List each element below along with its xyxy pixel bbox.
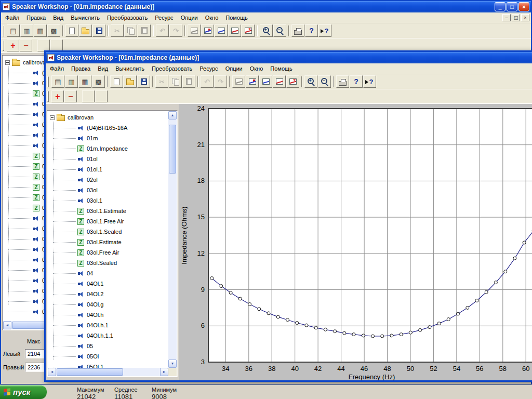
tree-item[interactable]: 04Ol.1: [48, 278, 168, 289]
view-large-icons-button[interactable]: ▤: [7, 24, 20, 37]
minimize-button[interactable]: _: [495, 2, 506, 11]
view-large-icons-button[interactable]: ▤: [51, 75, 64, 88]
tree-item[interactable]: 04: [48, 268, 168, 278]
scroll-right-button[interactable]: ►: [160, 368, 168, 376]
tree-item[interactable]: Z03ol.Free Air: [48, 247, 168, 258]
new-document-button[interactable]: [65, 24, 78, 37]
scroll-thumb[interactable]: [57, 368, 123, 376]
view-small-icons-button[interactable]: ▥: [65, 75, 78, 88]
tree-item[interactable]: 05Ol: [48, 351, 168, 362]
tree-item[interactable]: 01ol.1: [48, 164, 168, 175]
tree-item[interactable]: 04Ol.h.1: [48, 320, 168, 330]
scroll-left-button[interactable]: ◄: [3, 321, 11, 329]
menu-item-3[interactable]: Вид: [49, 13, 67, 23]
help-button[interactable]: ?: [350, 75, 363, 88]
tree-item[interactable]: 02ol: [48, 175, 168, 185]
tree-item[interactable]: 05: [48, 341, 168, 351]
menu-item-2[interactable]: Правка: [23, 13, 49, 23]
toolbar-grip[interactable]: [3, 40, 4, 51]
chart-line-button[interactable]: [201, 24, 214, 37]
tree-item[interactable]: Z03ol.1.Free Air: [48, 216, 168, 227]
cut-button[interactable]: ✂: [155, 75, 168, 88]
tree-item[interactable]: 01ol: [48, 154, 168, 164]
copy-button[interactable]: [169, 75, 182, 88]
zoom-out-button[interactable]: −: [318, 75, 331, 88]
tree-item[interactable]: 04Ol.g: [48, 299, 168, 310]
menu-item-8[interactable]: Окно: [202, 13, 222, 23]
view-list-button[interactable]: ▦: [78, 75, 91, 88]
add-button[interactable]: +: [7, 39, 19, 51]
view-details-button[interactable]: ▩: [92, 75, 105, 88]
help-button[interactable]: ?: [305, 24, 318, 37]
chart-view-button[interactable]: [259, 75, 272, 88]
vertical-scrollbar[interactable]: ▲▼: [168, 111, 177, 368]
tree-expander[interactable]: [50, 115, 55, 120]
view-list-button[interactable]: ▦: [34, 24, 47, 37]
maximize-button[interactable]: □: [507, 2, 517, 11]
toolbar-grip[interactable]: [3, 25, 4, 36]
view-details-button[interactable]: ▩: [47, 24, 60, 37]
menu-item-1[interactable]: Файл: [46, 64, 68, 74]
chart-delete-button[interactable]: [242, 24, 255, 37]
open-button[interactable]: [124, 75, 137, 88]
remove-button[interactable]: −: [20, 39, 32, 51]
tree-item[interactable]: 05Ol.1: [48, 362, 168, 368]
save-button[interactable]: [137, 75, 150, 88]
context-help-button[interactable]: ?: [318, 24, 331, 37]
undo-button[interactable]: ↶: [201, 75, 214, 88]
menu-item-5[interactable]: Преобразовать: [103, 13, 151, 23]
zoom-in-button[interactable]: +: [304, 75, 317, 88]
context-help-button[interactable]: ?: [363, 75, 376, 88]
chart-marked-button[interactable]: [228, 24, 241, 37]
chart-folder-button[interactable]: [232, 75, 245, 88]
print-button[interactable]: [291, 24, 304, 37]
tree-item[interactable]: 04Ol.2: [48, 289, 168, 299]
horizontal-scrollbar[interactable]: ◄►: [48, 368, 168, 376]
start-button[interactable]: пуск: [0, 385, 47, 399]
toolbar-grip[interactable]: [47, 76, 49, 87]
scroll-down-button[interactable]: ▼: [168, 360, 177, 368]
scroll-up-button[interactable]: ▲: [168, 111, 177, 119]
mdi-minimize-button[interactable]: –: [502, 14, 511, 21]
blank-button-1[interactable]: [82, 90, 95, 102]
new-document-button[interactable]: [110, 75, 123, 88]
tree-item[interactable]: (U4)BH165-16A: [48, 123, 168, 133]
scroll-left-button[interactable]: ◄: [48, 368, 56, 376]
menu-item-6[interactable]: Ресурс: [196, 64, 221, 74]
tree-item[interactable]: Z03ol.Estimate: [48, 237, 168, 247]
tree-item[interactable]: 04Ol.h.1.1: [48, 330, 168, 341]
chart-line-button[interactable]: [246, 75, 259, 88]
chart-marked-button[interactable]: [273, 75, 286, 88]
mdi-restore-button[interactable]: ◱: [512, 14, 520, 21]
tree-item[interactable]: Z03ol.1.Estimate: [48, 206, 168, 216]
print-button[interactable]: [336, 75, 349, 88]
mdi-close-button[interactable]: ×: [521, 14, 529, 21]
menu-item-3[interactable]: Вид: [94, 64, 112, 74]
undo-button[interactable]: ↶: [156, 24, 169, 37]
redo-button[interactable]: ↷: [214, 75, 227, 88]
toolbar-grip[interactable]: [47, 91, 49, 102]
tree-item-root[interactable]: calibrovan: [48, 112, 168, 123]
tree-item[interactable]: 03ol: [48, 185, 168, 195]
open-button[interactable]: [79, 24, 92, 37]
chart-folder-button[interactable]: [188, 24, 201, 37]
close-button[interactable]: ×: [518, 2, 529, 11]
remove-button[interactable]: −: [64, 90, 77, 102]
copy-button[interactable]: [124, 24, 137, 37]
blank-button-1[interactable]: [37, 39, 50, 51]
blank-button-2[interactable]: [95, 90, 108, 102]
menu-item-4[interactable]: Вычислить: [67, 13, 103, 23]
menu-item-5[interactable]: Преобразовать: [148, 64, 196, 74]
menu-item-2[interactable]: Правка: [68, 64, 94, 74]
add-button[interactable]: +: [51, 90, 64, 102]
zoom-out-button[interactable]: −: [273, 24, 286, 37]
redo-button[interactable]: ↷: [169, 24, 182, 37]
tree-expander[interactable]: [5, 60, 10, 65]
paste-button[interactable]: [138, 24, 151, 37]
menu-item-7[interactable]: Опции: [222, 64, 246, 74]
tree-item[interactable]: Z01m.Impedance: [48, 143, 168, 154]
scroll-thumb[interactable]: [169, 125, 176, 174]
menu-item-9[interactable]: Помощь: [222, 13, 251, 23]
menu-item-6[interactable]: Ресурс: [151, 13, 177, 23]
zoom-in-button[interactable]: +: [260, 24, 273, 37]
